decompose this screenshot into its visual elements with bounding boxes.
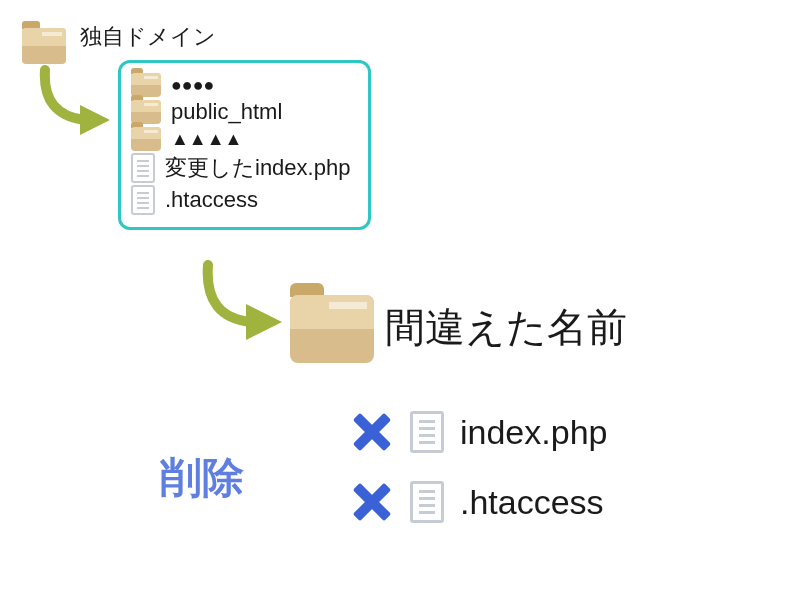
root-folder-label: 独自ドメイン	[80, 22, 216, 52]
delete-file-label: .htaccess	[460, 483, 604, 522]
folder-icon	[131, 127, 161, 151]
arrow-icon	[190, 260, 290, 350]
file-icon	[410, 411, 444, 453]
file-icon	[131, 185, 155, 215]
delete-file-row: .htaccess	[350, 480, 604, 524]
folder-icon	[131, 100, 161, 124]
x-mark-icon	[350, 410, 394, 454]
file-icon	[410, 481, 444, 523]
delete-label: 削除	[160, 450, 244, 506]
item-label: ●●●●	[171, 75, 215, 96]
folder-item: ●●●●	[131, 73, 350, 97]
item-label: .htaccess	[165, 187, 258, 213]
root-folder-icon	[22, 28, 66, 68]
folder-item: ▲▲▲▲	[131, 127, 350, 151]
folder-item: public_html	[131, 99, 350, 125]
file-item: .htaccess	[131, 185, 350, 215]
folder-icon	[131, 73, 161, 97]
file-icon	[131, 153, 155, 183]
folder-contents-box: ●●●● public_html ▲▲▲▲ 変更したindex.php .hta…	[118, 60, 371, 230]
x-mark-icon	[350, 480, 394, 524]
delete-file-label: index.php	[460, 413, 607, 452]
svg-marker-1	[246, 304, 282, 340]
item-label: public_html	[171, 99, 282, 125]
file-item: 変更したindex.php	[131, 153, 350, 183]
item-label: 変更したindex.php	[165, 153, 350, 183]
arrow-icon	[30, 65, 120, 145]
item-label: ▲▲▲▲	[171, 129, 242, 150]
wrong-folder-icon	[290, 295, 374, 367]
wrong-folder-label: 間違えた名前	[385, 300, 627, 355]
svg-marker-0	[80, 105, 110, 135]
delete-file-row: index.php	[350, 410, 607, 454]
